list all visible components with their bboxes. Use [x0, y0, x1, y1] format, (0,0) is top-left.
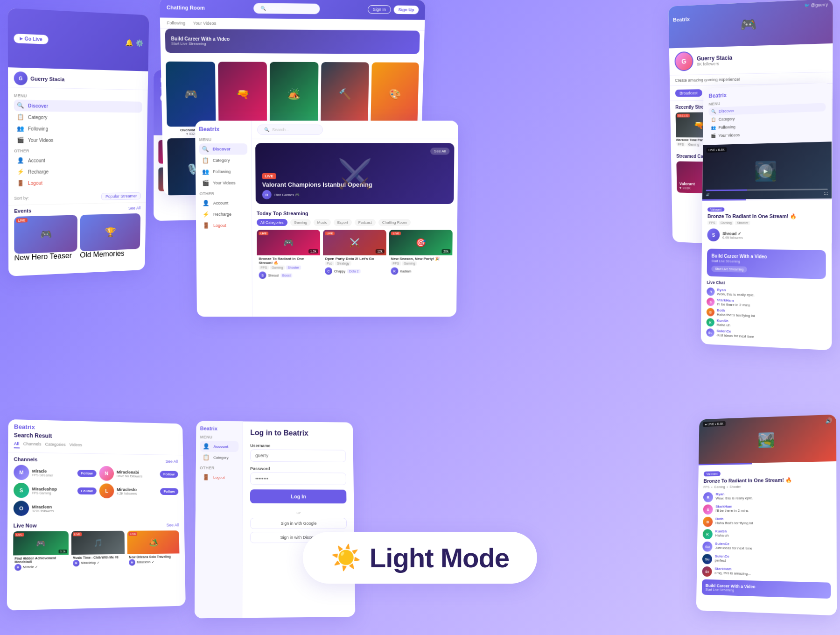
- nav-your-videos[interactable]: 🎬 Your Videos: [14, 134, 142, 146]
- nav-logout[interactable]: 🚪 Logout: [14, 176, 141, 189]
- event-card-1[interactable]: 🎮 LIVE New Hero Teaser FPS Gaming: [14, 215, 77, 276]
- videos-icon: 🎬: [17, 137, 24, 143]
- lc-title-2: Open Party Dota 2! Let's Go: [323, 255, 386, 261]
- subnav-your-videos[interactable]: Your Videos: [193, 21, 217, 26]
- password-input[interactable]: [250, 473, 346, 485]
- google-signin-button[interactable]: Sign in with Google: [250, 518, 347, 529]
- live-card-3[interactable]: 🎯 LIVE 20k New Season, New Party! 🎉 FPS …: [389, 230, 452, 281]
- event-card-2[interactable]: 🏆 Old Memories FPS Gaming: [79, 213, 140, 276]
- follow-nabi[interactable]: Follow: [160, 471, 178, 478]
- subnav-following[interactable]: Following: [167, 21, 185, 26]
- channel-name-shop: Miracleshop: [32, 487, 57, 491]
- video-controls: 🔊 ⛶: [706, 189, 828, 197]
- filter-chatroom[interactable]: Chatting Room: [378, 219, 411, 226]
- lnc-live-badge-2: LIVE: [73, 532, 82, 536]
- bb-start-btn[interactable]: Start Live Streaming: [711, 266, 747, 273]
- live-card-2[interactable]: ⚔️ LIVE 12k Open Party Dota 2! Let's Go …: [323, 230, 386, 281]
- nav-discover[interactable]: 🔍 Discover: [14, 99, 142, 113]
- nav-account[interactable]: 👤 Account: [14, 154, 141, 166]
- rp-category-icon: 📋: [711, 117, 716, 122]
- search-tabs: All Channels Categories Videos: [14, 441, 178, 451]
- login-other-label: OTHER: [200, 466, 238, 470]
- live-now-section: Live Now See All 🎮 LIVE 5.1k Find Hidden…: [7, 520, 185, 575]
- today-stream-header: Today Top Streaming: [257, 211, 453, 216]
- hero-see-all[interactable]: See All: [430, 148, 449, 155]
- channel-avatar-slo: L: [99, 483, 114, 498]
- chatter-avatar-4: K: [703, 529, 713, 539]
- filter-music[interactable]: Music: [314, 219, 331, 226]
- nav-following[interactable]: 👥 Following: [14, 123, 142, 135]
- volume-icon[interactable]: 🔊: [825, 417, 832, 424]
- lc-viewers-2: 12k: [375, 249, 384, 254]
- lnc-3[interactable]: 🏕️ LIVE New Orleans Solo Traveling M Mir…: [127, 530, 180, 570]
- search-tab-videos[interactable]: Videos: [70, 443, 82, 450]
- center-nav-following[interactable]: 👥 Following: [199, 166, 248, 177]
- sort-dropdown[interactable]: Popular Streamer: [101, 192, 141, 200]
- search-icon: 🔍: [261, 6, 266, 11]
- follow-shop[interactable]: Follow: [77, 487, 97, 494]
- center-search[interactable]: 🔍 Search...: [257, 125, 323, 135]
- center-main-content: 🔍 Search... ⚔️ LIVE Valorant Champions I…: [252, 121, 458, 284]
- center-nav-logout[interactable]: 🚪 Logout: [200, 220, 248, 231]
- live-now-see-all[interactable]: See All: [167, 523, 179, 528]
- live-card-1[interactable]: 🎮 LIVE 1.3k Bronze To Radiant In One Str…: [257, 230, 320, 281]
- signin-button[interactable]: Sign In: [368, 5, 391, 14]
- chat-text-3: Haha that's terrifying lol: [717, 312, 755, 318]
- login-nav-account[interactable]: 👤 Account: [200, 441, 238, 452]
- settings-icon[interactable]: ⚙️: [135, 39, 143, 47]
- center-discover-icon: 🔍: [202, 146, 209, 152]
- divider: Or: [250, 511, 347, 515]
- lnc-2[interactable]: 🎵 LIVE Music Time - Chill With Me #8 M M…: [71, 531, 125, 571]
- center-nav-recharge[interactable]: ⚡ Recharge: [200, 209, 248, 220]
- filter-podcast[interactable]: Podcast: [355, 219, 376, 226]
- events-see-all[interactable]: See All: [128, 206, 141, 211]
- login-app-name: Beatrix: [200, 425, 239, 431]
- lnc-viewers-1: 5.1k: [59, 550, 67, 553]
- nav-category[interactable]: 📋 Category: [14, 111, 142, 124]
- follow-miracle[interactable]: Follow: [77, 470, 96, 477]
- center-nav-account[interactable]: 👤 Account: [200, 198, 248, 209]
- game-thumb-valorant: 🔫: [218, 62, 267, 126]
- go-live-button[interactable]: Go Live: [14, 34, 49, 44]
- events-section: Events See All 🎮 LIVE New Hero Teaser FP…: [8, 203, 146, 276]
- chatter-row-2: S StarkHam I'll be there in 2 mins: [703, 504, 831, 515]
- progress-fill: [706, 190, 748, 191]
- login-title: Log in to Beatrix: [250, 429, 346, 437]
- nav-recharge[interactable]: ⚡ Recharge: [14, 165, 141, 178]
- username-input[interactable]: [250, 449, 346, 462]
- channel-item-miracle: M Miracle FPS Streamer Follow: [14, 465, 96, 480]
- follow-slo[interactable]: Follow: [160, 488, 179, 495]
- main-left-panel: Go Live 🔔 ⚙️ G Guerry Stacia MENU 🔍 Disc…: [8, 8, 149, 276]
- channels-see-all[interactable]: See All: [166, 459, 178, 464]
- game-thumb-overwatch: 🎮: [166, 62, 216, 127]
- search-bar[interactable]: 🔍 Search...: [254, 3, 321, 14]
- right-profile-panel: Beatrix MENU 🔍 Discover 📋 Category 👥 Fol…: [701, 83, 832, 351]
- game-thumb-travel: 🏕️: [270, 62, 318, 127]
- search-tab-channels[interactable]: Channels: [23, 442, 42, 449]
- featured-banner: Build Career With a Video Start Live Str…: [165, 29, 420, 54]
- login-nav-logout[interactable]: 🚪 Logout: [200, 472, 238, 483]
- center-nav-category[interactable]: 📋 Category: [199, 155, 248, 166]
- lnc-thumb-2: 🎵 LIVE: [71, 531, 125, 555]
- filter-all[interactable]: All Categories: [257, 219, 287, 226]
- filter-esport[interactable]: Esport: [334, 219, 352, 226]
- signup-button[interactable]: Sign Up: [393, 6, 419, 14]
- chatter-msg-1: Wow, this is really epic.: [716, 496, 753, 500]
- search-tab-categories[interactable]: Categories: [45, 442, 66, 449]
- login-button[interactable]: Log In: [250, 489, 347, 503]
- lnc-1[interactable]: 🎮 LIVE 5.1k Find Hidden Achievement Mond…: [13, 531, 69, 572]
- chatter-msg-6: perfect: [715, 558, 729, 563]
- lnc-thumb-3: 🏕️ LIVE: [127, 530, 180, 554]
- channel-info-shop: FPS Gaming: [32, 491, 57, 494]
- center-account-icon: 👤: [203, 200, 210, 206]
- channel-item-shop: S Miracleshop FPS Gaming Follow: [14, 483, 97, 498]
- search-header: Beatrix Search Result All Channels Categ…: [8, 419, 183, 455]
- center-nav-discover[interactable]: 🔍 Discover: [199, 143, 247, 155]
- search-tab-all[interactable]: All: [14, 441, 20, 448]
- chatter-avatar-1: R: [703, 492, 713, 502]
- login-nav-category[interactable]: 📋 Category: [200, 452, 238, 463]
- filter-gaming[interactable]: Gaming: [290, 219, 311, 226]
- center-nav-videos[interactable]: 🎬 Your Videos: [199, 177, 247, 189]
- bell-icon[interactable]: 🔔: [125, 39, 133, 47]
- tab-broadcast[interactable]: Broadcast: [675, 89, 702, 97]
